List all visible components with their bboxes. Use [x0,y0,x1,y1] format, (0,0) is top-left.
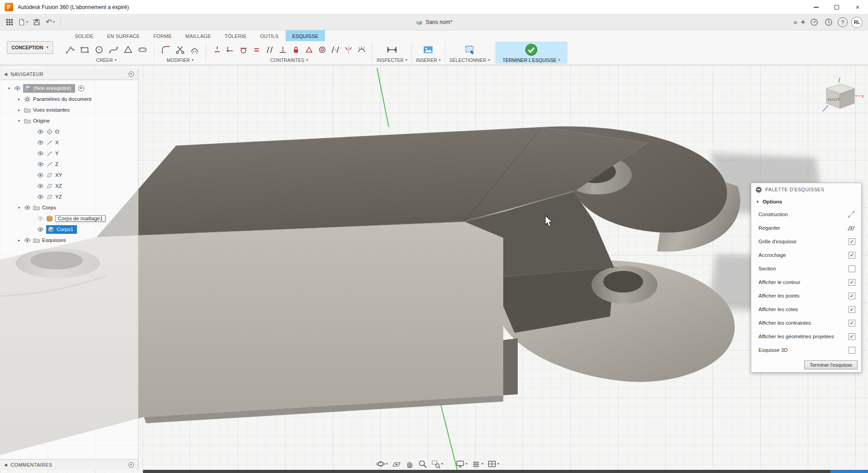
undo-button[interactable]: ↶▾ [44,16,56,28]
tree-collapsed-icon[interactable]: ▸ [16,108,22,112]
panel-options-icon[interactable] [129,462,134,468]
orbit-button[interactable]: ▾ [375,459,389,469]
visibility-eye-icon[interactable] [37,128,44,135]
show-projected-checkbox[interactable]: ✓ [849,333,855,340]
rectangle-tool-button[interactable] [77,42,92,57]
visibility-eye-icon[interactable] [37,172,44,179]
visibility-eye-icon[interactable] [14,85,21,92]
show-points-checkbox[interactable]: ✓ [849,293,855,299]
polygon-tool-button[interactable] [121,42,135,57]
parallel-constraint-button[interactable] [263,42,276,57]
coincident-constraint-button[interactable] [224,42,237,57]
construction-line-icon[interactable] [847,210,855,218]
navigator-item-yz-plane[interactable]: YZ [0,191,138,202]
insert-image-button[interactable] [421,42,435,57]
navigator-item-document-settings[interactable]: ▸ Paramètres du document [0,94,138,104]
group-label-contraintes[interactable]: CONTRAINTES▾ [210,57,368,64]
collinear-constraint-button[interactable] [329,42,342,57]
minimize-button[interactable] [806,0,826,14]
panel-options-icon[interactable] [129,71,134,77]
show-constraints-checkbox[interactable]: ✓ [849,320,855,326]
navigator-item-document-root[interactable]: ▾ (Non enregistré) [0,83,138,94]
notifications-button[interactable] [823,17,834,28]
sketch-grid-checkbox[interactable]: ✓ [849,238,855,245]
navigator-item-y-axis[interactable]: Y [0,148,138,159]
navigator-item-xy-plane[interactable]: XY [0,170,138,180]
selected-document-highlight[interactable]: (Non enregistré) [23,84,75,93]
activate-component-icon[interactable] [78,85,84,91]
group-label-inserer[interactable]: INSÉRER▾ [416,57,441,64]
fix-constraint-button[interactable] [289,42,302,57]
visibility-eye-icon[interactable] [24,204,31,211]
snap-checkbox[interactable]: ✓ [849,252,855,259]
selection-window-button[interactable] [463,42,477,57]
measure-button[interactable] [385,42,399,57]
zoom-window-button[interactable]: ▾ [430,459,444,469]
viewports-button[interactable]: ▾ [486,459,501,469]
look-at-button[interactable] [391,459,402,469]
visibility-eye-icon[interactable] [37,194,44,200]
navigator-item-origin-point[interactable]: O [0,126,138,137]
collapse-palette-icon[interactable] [756,187,762,193]
tree-collapsed-icon[interactable]: ▸ [16,97,22,101]
navigator-item-mesh-body[interactable]: Corps de maillage1 [0,213,138,224]
group-label-inspecter[interactable]: INSPECTER▾ [377,57,407,64]
new-tab-button[interactable]: + [801,18,805,26]
symmetry-constraint-button[interactable] [342,42,355,57]
finish-sketch-ribbon-button[interactable] [522,42,540,57]
navigator-item-named-views[interactable]: ▸ Vues existantes [0,104,138,115]
workspace-selector[interactable]: CONCEPTION ▾ [7,41,52,54]
group-label-terminer[interactable]: TERMINER L'ESQUISSE▾ [503,57,560,64]
fillet-button[interactable] [158,42,173,57]
spline-tool-button[interactable] [106,42,121,57]
visibility-eye-icon[interactable] [37,183,44,189]
group-label-selectionner[interactable]: SÉLECTIONNER▾ [449,57,490,64]
navigator-item-z-axis[interactable]: Z [0,159,138,170]
selected-body-highlight[interactable]: Corps1 [46,225,77,234]
tangent-constraint-button[interactable] [237,42,250,57]
group-label-creer[interactable]: CRÉER▾ [63,57,150,64]
look-at-icon[interactable] [847,224,855,232]
visibility-eye-icon[interactable] [37,215,44,222]
perpendicular-constraint-button[interactable] [276,42,289,57]
finish-sketch-button[interactable]: Terminer l'esquisse [804,360,858,369]
concentric-constraint-button[interactable] [315,42,329,57]
tree-expanded-icon[interactable]: ▾ [6,86,12,90]
palette-options-section[interactable]: ▼ Options [751,196,861,208]
tab-solide[interactable]: SOLIDE [68,30,100,41]
navigator-item-x-axis[interactable]: X [0,137,138,148]
horizontal-vertical-constraint-button[interactable] [210,42,224,57]
document-tab[interactable]: Sans nom* [410,14,459,30]
visibility-eye-icon[interactable] [24,237,31,244]
visibility-eye-icon[interactable] [37,161,44,168]
grid-settings-button[interactable]: ▾ [470,459,485,469]
offset-button[interactable] [187,42,202,57]
tree-expanded-icon[interactable]: ▾ [16,206,22,210]
job-status-button[interactable] [809,17,820,28]
view-cube[interactable]: HAUT X [817,75,865,118]
modeling-canvas[interactable]: HAUT X ◀ NAVIGATEUR ▾ (Non enregistré) ▸ [0,65,868,473]
save-button[interactable] [31,16,43,28]
slot-tool-button[interactable] [135,42,150,57]
tab-esquisse[interactable]: ESQUISSE [286,30,325,41]
tab-tolerie[interactable]: TÔLERIE [218,30,253,41]
midpoint-constraint-button[interactable] [302,42,315,57]
help-button[interactable]: ? [838,17,848,27]
maximize-button[interactable] [826,0,847,14]
tree-collapsed-icon[interactable]: ▸ [16,238,22,242]
navigator-item-bodies-folder[interactable]: ▾ Corps [0,202,138,213]
navigator-item-origin[interactable]: ▾ Origine [0,115,138,126]
display-settings-button[interactable]: ▾ [454,459,469,469]
close-button[interactable]: × [847,0,868,14]
navigator-item-body1[interactable]: Corps1 [0,224,138,235]
circle-tool-button[interactable] [92,42,106,57]
visibility-eye-icon[interactable] [37,150,44,157]
file-menu-button[interactable]: ▾ [17,16,29,28]
navigator-item-sketches-folder[interactable]: ▸ Esquisses [0,235,138,246]
pan-button[interactable] [404,459,415,469]
slice-checkbox[interactable] [849,265,855,272]
line-tool-button[interactable] [63,42,77,57]
profile-avatar[interactable]: RL [851,17,863,28]
equal-constraint-button[interactable] [250,42,263,57]
curvature-constraint-button[interactable] [355,42,368,57]
